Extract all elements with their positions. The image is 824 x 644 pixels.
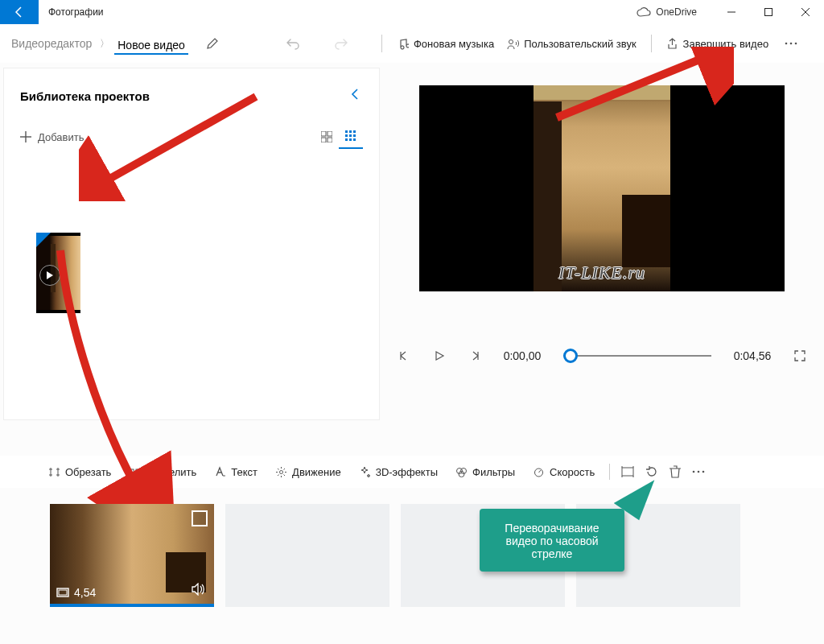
breadcrumb-root[interactable]: Видеоредактор [8, 34, 95, 53]
svg-rect-18 [349, 134, 352, 137]
share-icon [666, 38, 678, 50]
custom-audio-button[interactable]: Пользовательский звук [501, 27, 642, 60]
more-edit-button[interactable] [687, 459, 710, 485]
svg-rect-11 [328, 131, 332, 136]
edit-icon[interactable] [196, 27, 229, 60]
svg-rect-21 [349, 138, 352, 141]
video-preview-panel: IT-LIKE.ru 0:00,00 0:04,56 [380, 63, 824, 449]
project-library-panel: Библиотека проектов Добавить [3, 68, 380, 420]
app-title: Фотографии [39, 6, 104, 18]
svg-rect-19 [353, 134, 356, 137]
filter-icon [455, 466, 468, 478]
svg-rect-16 [353, 130, 356, 133]
more-button[interactable] [775, 27, 807, 60]
video-frame [534, 85, 670, 291]
library-title: Библиотека проектов [20, 89, 347, 103]
title-bar: Фотографии OneDrive [0, 0, 824, 24]
seek-slider[interactable] [563, 355, 711, 357]
view-small-button[interactable] [339, 125, 363, 149]
clip-volume-icon[interactable] [192, 583, 206, 599]
svg-point-6 [790, 43, 793, 45]
svg-rect-13 [328, 138, 332, 142]
cloud-icon [637, 7, 651, 17]
clip-checkbox[interactable] [192, 510, 208, 526]
main-toolbar: Видеоредактор 〉 Новое видео Фоновая музы… [0, 24, 824, 63]
clip-duration: 4,54 [74, 586, 96, 599]
svg-point-28 [459, 471, 464, 477]
svg-rect-22 [353, 138, 356, 141]
back-button[interactable] [0, 0, 39, 24]
player-controls: 0:00,00 0:04,56 [380, 346, 824, 365]
filters-button[interactable]: Фильтры [447, 459, 523, 485]
finish-video-button[interactable]: Завершить видео [660, 27, 776, 60]
library-clip-thumbnail[interactable] [36, 233, 80, 313]
background-music-button[interactable]: Фоновая музыка [390, 27, 501, 60]
svg-rect-1 [765, 9, 772, 16]
svg-point-4 [509, 39, 513, 43]
storyboard-empty-slot[interactable] [225, 504, 389, 607]
svg-point-27 [461, 468, 467, 473]
svg-rect-24 [136, 469, 140, 475]
duration-icon [56, 588, 69, 597]
text-button[interactable]: Текст [206, 459, 266, 485]
time-current: 0:00,00 [501, 349, 544, 362]
svg-rect-20 [345, 138, 348, 141]
video-preview[interactable]: IT-LIKE.ru [419, 85, 785, 291]
breadcrumb-current[interactable]: Новое видео [114, 35, 188, 55]
svg-rect-14 [345, 130, 348, 133]
clip-edit-toolbar: Обрезать Разделить Текст Движение 3D-эфф… [0, 456, 824, 488]
window-minimize-button[interactable] [713, 0, 750, 24]
onedrive-status[interactable]: OneDrive [637, 6, 697, 18]
svg-point-33 [702, 471, 705, 473]
3d-effects-button[interactable]: 3D-эффекты [351, 459, 446, 485]
svg-rect-35 [59, 590, 67, 595]
seek-knob[interactable] [563, 349, 578, 363]
svg-rect-10 [321, 131, 326, 136]
svg-rect-17 [345, 134, 348, 137]
redo-button[interactable] [325, 27, 357, 60]
selected-corner-icon [36, 233, 51, 247]
svg-rect-15 [349, 130, 352, 133]
next-frame-button[interactable] [465, 346, 484, 365]
time-total: 0:04,56 [731, 349, 774, 362]
split-icon [129, 466, 141, 478]
library-collapse-button[interactable] [347, 85, 363, 107]
watermark-text: IT-LIKE.ru [558, 262, 645, 283]
music-icon [397, 38, 409, 50]
view-large-button[interactable] [315, 125, 339, 149]
delete-button[interactable] [665, 459, 686, 485]
motion-icon [275, 466, 287, 478]
svg-rect-23 [130, 469, 134, 475]
speed-icon [533, 466, 545, 478]
svg-point-7 [795, 43, 797, 45]
window-maximize-button[interactable] [750, 0, 787, 24]
play-overlay-icon [39, 265, 60, 286]
play-button[interactable] [430, 346, 449, 365]
speed-button[interactable]: Скорость [525, 459, 603, 485]
person-sound-icon [507, 38, 519, 50]
split-button[interactable]: Разделить [121, 459, 204, 485]
svg-point-25 [280, 470, 283, 473]
fullscreen-button[interactable] [790, 346, 810, 365]
sparkle-icon [359, 466, 371, 478]
main-area: Библиотека проектов Добавить IT-LI [0, 63, 824, 449]
window-close-button[interactable] [787, 0, 824, 24]
prev-frame-button[interactable] [394, 346, 414, 365]
motion-button[interactable]: Движение [267, 459, 349, 485]
svg-point-31 [693, 471, 695, 473]
undo-button[interactable] [277, 27, 309, 60]
storyboard-clip[interactable]: 4,54 [50, 504, 214, 607]
svg-rect-12 [321, 138, 326, 142]
trim-button[interactable]: Обрезать [40, 459, 119, 485]
trim-icon [48, 466, 60, 478]
plus-icon [20, 131, 31, 142]
svg-point-32 [698, 471, 700, 473]
chevron-right-icon: 〉 [95, 37, 114, 51]
annotation-callout: Переворачивание видео по часовой стрелке [480, 509, 624, 572]
text-icon [214, 466, 226, 478]
storyboard-timeline: 4,54 [0, 488, 824, 607]
add-media-button[interactable]: Добавить [20, 131, 84, 143]
svg-point-5 [785, 43, 788, 45]
